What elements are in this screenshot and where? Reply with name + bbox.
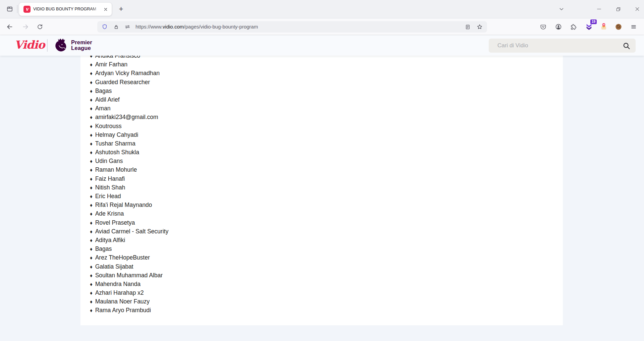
list-item: ♦Andika Fransisco xyxy=(90,56,563,60)
diamond-bullet: ♦ xyxy=(90,281,93,287)
bookmark-star-icon[interactable] xyxy=(476,23,484,31)
reload-icon[interactable] xyxy=(35,21,45,32)
tab-title: VIDIO BUG BOUNTY PROGRAM xyxy=(33,3,98,16)
diamond-bullet: ♦ xyxy=(90,290,93,296)
researcher-name: Bagas xyxy=(95,245,112,252)
list-all-tabs-icon[interactable] xyxy=(556,4,567,14)
extensions-puzzle-icon[interactable] xyxy=(568,21,579,32)
researcher-list: ♦Andika Fransisco♦Amir Farhan♦Ardyan Vic… xyxy=(80,56,563,315)
firefox-view-icon[interactable] xyxy=(4,4,15,14)
diamond-bullet: ♦ xyxy=(90,150,93,155)
browser-tab[interactable]: v VIDIO BUG BOUNTY PROGRAM xyxy=(19,3,112,16)
researcher-name: Soultan Muhammad Albar xyxy=(95,272,163,279)
vidio-logo[interactable]: Vidio xyxy=(14,38,45,51)
researcher-name: Aman xyxy=(95,105,111,112)
researcher-name: Mahendra Nanda xyxy=(95,281,141,287)
tab-separator xyxy=(17,5,17,13)
reader-mode-icon[interactable] xyxy=(464,23,472,31)
logo-divider xyxy=(47,39,48,52)
researcher-name: Tushar Sharma xyxy=(95,140,136,147)
diamond-bullet: ♦ xyxy=(90,97,93,103)
vidio-favicon-icon: v xyxy=(23,6,31,13)
list-item: ♦Nitish Shah xyxy=(90,183,563,192)
researcher-name: Udin Gans xyxy=(95,158,123,164)
list-item: ♦Guarded Researcher xyxy=(90,78,563,87)
list-item: ♦Ardyan Vicky Ramadhan xyxy=(90,69,563,77)
diamond-bullet: ♦ xyxy=(90,106,93,111)
menu-hamburger-icon[interactable] xyxy=(628,21,639,32)
diamond-bullet: ♦ xyxy=(90,273,93,278)
lock-icon[interactable] xyxy=(112,23,120,31)
premier-line: Premier xyxy=(71,39,92,45)
diamond-bullet: ♦ xyxy=(90,132,93,138)
close-window-icon[interactable] xyxy=(632,4,643,14)
list-item: ♦Udin Gans xyxy=(90,157,563,165)
diamond-bullet: ♦ xyxy=(90,220,93,226)
researcher-name: Arez TheHopeBuster xyxy=(95,254,150,261)
researcher-name: Aidil Arief xyxy=(95,96,120,103)
diamond-bullet: ♦ xyxy=(90,185,93,190)
researcher-name: Helmay Cahyadi xyxy=(95,131,138,138)
list-item: ♦Soultan Muhammad Albar xyxy=(90,271,563,280)
permissions-icon[interactable] xyxy=(123,23,131,31)
account-icon[interactable] xyxy=(553,21,564,32)
premier-league-lion-icon xyxy=(53,38,68,54)
list-item: ♦Galatia Sijabat xyxy=(90,262,563,271)
list-item: ♦Aman xyxy=(90,104,563,113)
researcher-name: Rovel Prasetya xyxy=(95,219,135,226)
cat-blocker-extension-icon[interactable] xyxy=(598,21,609,32)
pocket-icon[interactable] xyxy=(538,21,548,32)
tracking-shield-icon[interactable] xyxy=(101,23,109,31)
tab-title-fade xyxy=(92,4,100,15)
browser-tab-bar: v VIDIO BUG BOUNTY PROGRAM + xyxy=(0,0,644,18)
browser-window: v VIDIO BUG BOUNTY PROGRAM + xyxy=(0,0,644,341)
url-bar[interactable]: https://www.vidio.com/pages/vidio-bug-bo… xyxy=(97,21,487,33)
list-item: ♦Aditya Alfiki xyxy=(90,236,563,244)
list-item: ♦Rifa'i Rejal Maynando xyxy=(90,201,563,209)
diamond-bullet: ♦ xyxy=(90,70,93,76)
search-input[interactable] xyxy=(489,39,636,53)
list-item: ♦amirfaki234@gmail.com xyxy=(90,113,563,121)
league-line: League xyxy=(71,45,91,51)
diamond-bullet: ♦ xyxy=(90,56,93,59)
researcher-name: Aviad Carmel - Salt Security xyxy=(95,228,169,235)
diamond-bullet: ♦ xyxy=(90,255,93,261)
search-icon[interactable] xyxy=(622,42,631,50)
researcher-name: Raman Mohurle xyxy=(95,166,137,173)
page-background: ♦Andika Fransisco♦Amir Farhan♦Ardyan Vic… xyxy=(0,56,644,341)
researcher-name: amirfaki234@gmail.com xyxy=(95,114,158,120)
list-item: ♦Ashutosh Shukla xyxy=(90,148,563,157)
minimize-window-icon[interactable] xyxy=(594,4,604,14)
site-header: Vidio Premier League xyxy=(0,35,644,56)
back-icon[interactable] xyxy=(4,21,15,32)
diamond-bullet: ♦ xyxy=(90,88,93,94)
researcher-name: Ardyan Vicky Ramadhan xyxy=(95,70,160,76)
download-extension-icon[interactable]: 19 xyxy=(584,21,594,32)
researcher-name: Bagas xyxy=(95,88,112,94)
researcher-name: Aditya Alfiki xyxy=(95,237,125,243)
diamond-bullet: ♦ xyxy=(90,193,93,199)
cookie-extension-icon[interactable] xyxy=(613,21,624,32)
list-item: ♦Rama Aryo Prambudi xyxy=(90,306,563,315)
list-item: ♦Maulana Noer Fauzy xyxy=(90,297,563,306)
url-path: /pages/vidio-bug-bounty-program xyxy=(184,24,258,30)
content-card: ♦Andika Fransisco♦Amir Farhan♦Ardyan Vic… xyxy=(80,56,563,325)
restore-window-icon[interactable] xyxy=(613,4,624,14)
diamond-bullet: ♦ xyxy=(90,211,93,217)
new-tab-button[interactable]: + xyxy=(116,4,126,14)
list-item: ♦Azhari Harahap x2 xyxy=(90,288,563,297)
forward-icon[interactable] xyxy=(20,21,31,32)
researcher-name: Ade Krisna xyxy=(95,210,124,217)
list-item: ♦Amir Farhan xyxy=(90,60,563,69)
researcher-name: Guarded Researcher xyxy=(95,79,150,86)
extension-badge: 19 xyxy=(590,19,597,24)
diamond-bullet: ♦ xyxy=(90,141,93,147)
diamond-bullet: ♦ xyxy=(90,62,93,67)
researcher-name: Ashutosh Shukla xyxy=(95,149,139,156)
tab-close-icon[interactable] xyxy=(102,5,110,13)
list-item: ♦Helmay Cahyadi xyxy=(90,130,563,139)
diamond-bullet: ♦ xyxy=(90,167,93,173)
search-box xyxy=(489,39,636,53)
researcher-name: Amir Farhan xyxy=(95,61,127,68)
diamond-bullet: ♦ xyxy=(90,202,93,208)
